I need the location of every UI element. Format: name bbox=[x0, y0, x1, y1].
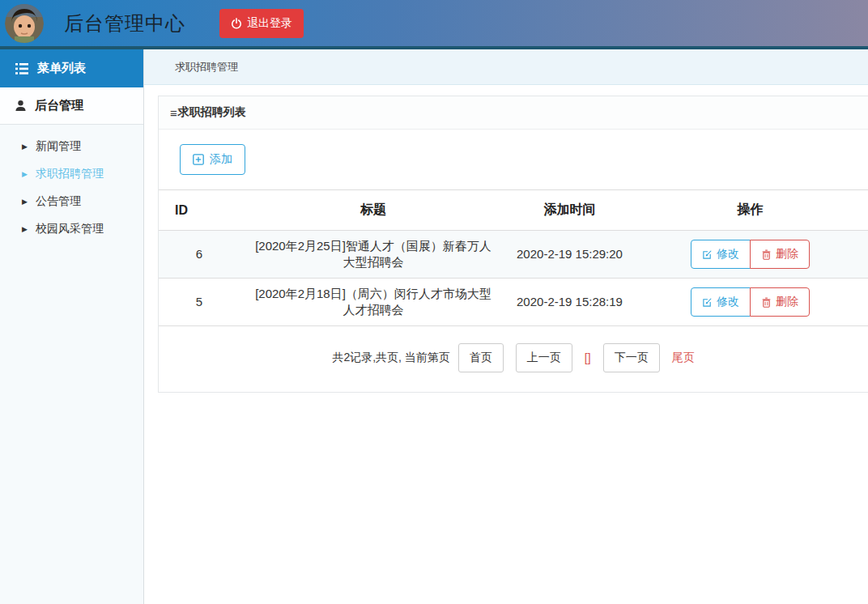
sidebar-item-label: 校园风采管理 bbox=[36, 222, 104, 236]
logout-label: 退出登录 bbox=[247, 16, 292, 31]
edit-button-label: 修改 bbox=[717, 247, 739, 262]
panel-title: 求职招聘列表 bbox=[178, 105, 246, 120]
column-header-actions: 操作 bbox=[632, 190, 868, 231]
recruitment-list-panel: ≡ 求职招聘列表 添加 bbox=[158, 96, 868, 393]
cell-actions: 修改 bbox=[632, 231, 868, 279]
edit-icon bbox=[702, 297, 713, 308]
pagination-next-button[interactable]: 下一页 bbox=[603, 343, 660, 372]
user-icon bbox=[15, 100, 27, 112]
table-row: 5 [2020年2月18日]（周六）闵行人才市场大型人才招聘会 2020-2-1… bbox=[159, 279, 868, 326]
caret-right-icon: ▶ bbox=[22, 198, 28, 206]
cell-title: [2020年2月25日]智通人才（国展）新春万人大型招聘会 bbox=[240, 231, 507, 279]
add-button-label: 添加 bbox=[210, 152, 232, 167]
top-header: 后台管理中心 退出登录 bbox=[0, 0, 868, 49]
trash-icon bbox=[761, 249, 772, 260]
page-title: 后台管理中心 bbox=[64, 11, 185, 36]
cell-id: 5 bbox=[159, 279, 240, 326]
sidebar-item-recruitment[interactable]: ▶ 求职招聘管理 bbox=[0, 160, 143, 188]
cell-time: 2020-2-19 15:29:20 bbox=[507, 231, 632, 279]
pagination-first-button[interactable]: 首页 bbox=[458, 343, 504, 372]
column-header-id: ID bbox=[159, 190, 240, 231]
sidebar-menu-header-label: 菜单列表 bbox=[37, 61, 86, 76]
list-icon bbox=[15, 63, 28, 74]
pagination-summary: 共2记录,共页, 当前第页 bbox=[332, 351, 449, 365]
sidebar-item-campus[interactable]: ▶ 校园风采管理 bbox=[0, 215, 143, 243]
recruitment-table: ID 标题 添加时间 操作 6 [2020年2月25日]智通人才（国展）新春万人… bbox=[159, 189, 868, 326]
content-area: 求职招聘管理 ≡ 求职招聘列表 添加 bbox=[144, 49, 868, 604]
delete-button-label: 删除 bbox=[776, 247, 798, 262]
sidebar-section-label: 后台管理 bbox=[35, 98, 83, 113]
sidebar-section-admin[interactable]: 后台管理 bbox=[0, 87, 143, 125]
panel-heading: ≡ 求职招聘列表 bbox=[159, 96, 868, 130]
pagination-prev-button[interactable]: 上一页 bbox=[516, 343, 572, 372]
caret-right-icon: ▶ bbox=[22, 226, 28, 233]
plus-square-icon bbox=[193, 154, 204, 165]
edit-icon bbox=[702, 249, 713, 260]
row-action-group: 修改 bbox=[691, 240, 810, 269]
pagination: 共2记录,共页, 当前第页 首页 上一页 [] 下一页 尾页 bbox=[159, 326, 868, 392]
breadcrumb: 求职招聘管理 bbox=[144, 49, 868, 85]
delete-button-label: 删除 bbox=[776, 295, 798, 309]
row-action-group: 修改 bbox=[691, 287, 810, 317]
delete-button[interactable]: 删除 bbox=[750, 287, 810, 317]
cell-id: 6 bbox=[159, 231, 240, 279]
avatar-image bbox=[5, 4, 44, 43]
table-row: 6 [2020年2月25日]智通人才（国展）新春万人大型招聘会 2020-2-1… bbox=[159, 231, 868, 279]
caret-right-icon: ▶ bbox=[22, 143, 28, 151]
admin-app: 后台管理中心 退出登录 菜单列表 bbox=[0, 0, 868, 604]
sidebar: 菜单列表 后台管理 ▶ 新闻管理 ▶ 求职招聘管理 ▶ bbox=[0, 49, 144, 604]
sidebar-item-label: 新闻管理 bbox=[36, 139, 81, 154]
sidebar-item-label: 求职招聘管理 bbox=[36, 167, 104, 181]
sidebar-item-label: 公告管理 bbox=[36, 194, 81, 209]
add-button[interactable]: 添加 bbox=[180, 144, 245, 175]
cell-time: 2020-2-19 15:28:19 bbox=[507, 279, 632, 326]
edit-button-label: 修改 bbox=[717, 295, 739, 309]
column-header-time: 添加时间 bbox=[507, 190, 632, 231]
main-region: ≡ 求职招聘列表 添加 bbox=[144, 85, 868, 604]
edit-button[interactable]: 修改 bbox=[691, 287, 751, 317]
table-header-row: ID 标题 添加时间 操作 bbox=[159, 190, 868, 231]
sidebar-item-news[interactable]: ▶ 新闻管理 bbox=[0, 133, 143, 160]
power-icon bbox=[231, 18, 242, 29]
avatar[interactable] bbox=[5, 4, 44, 43]
list-icon: ≡ bbox=[170, 106, 177, 120]
sidebar-menu-header: 菜单列表 bbox=[0, 49, 143, 87]
pagination-last-link[interactable]: 尾页 bbox=[672, 351, 695, 365]
logout-button[interactable]: 退出登录 bbox=[219, 9, 304, 38]
delete-button[interactable]: 删除 bbox=[750, 240, 810, 269]
pagination-current-page: [] bbox=[585, 351, 591, 364]
caret-right-icon: ▶ bbox=[22, 171, 28, 178]
edit-button[interactable]: 修改 bbox=[691, 240, 751, 269]
column-header-title: 标题 bbox=[240, 190, 507, 231]
sidebar-menu: ▶ 新闻管理 ▶ 求职招聘管理 ▶ 公告管理 ▶ 校园风采管理 bbox=[0, 125, 143, 243]
trash-icon bbox=[761, 297, 772, 308]
sidebar-item-announcements[interactable]: ▶ 公告管理 bbox=[0, 188, 143, 215]
cell-actions: 修改 bbox=[632, 279, 868, 326]
cell-title: [2020年2月18日]（周六）闵行人才市场大型人才招聘会 bbox=[240, 279, 507, 326]
